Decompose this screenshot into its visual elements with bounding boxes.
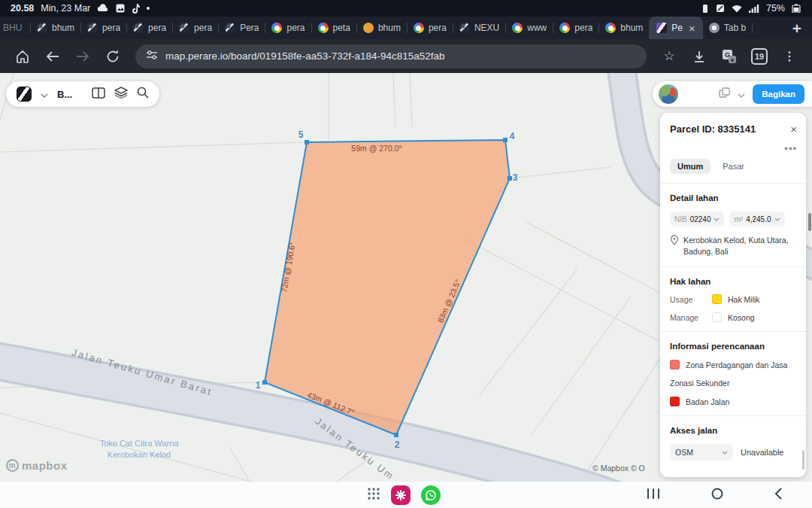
browser-menu-icon[interactable]: ⋮ <box>776 43 803 70</box>
parcel-location: Kerobokan Kelod, Kuta Utara, Badung, Bal… <box>683 235 796 257</box>
section-hak-lahan: Hak lahan <box>670 277 796 286</box>
more-options-icon[interactable]: ••• <box>784 143 797 154</box>
screen: 20.58 Min, 23 Mar 75% BHU bhum pera pera… <box>0 0 812 508</box>
mapbox-icon: m <box>6 459 19 472</box>
share-button[interactable]: Bagikan <box>753 84 804 104</box>
url-field[interactable]: map.perare.io/board/019158fe-aa53-732f-a… <box>135 44 647 68</box>
bookmark-star-icon[interactable]: ☆ <box>656 43 683 70</box>
usage-swatch <box>712 294 722 304</box>
divider <box>660 183 806 184</box>
vertex-label: 3 <box>513 172 518 183</box>
page-scrollbar[interactable] <box>808 213 811 231</box>
chevron-down-icon <box>714 217 720 221</box>
page-info-icon[interactable] <box>146 50 158 63</box>
tab-label: Pera <box>240 23 259 33</box>
nib-dropdown[interactable]: NIB 02240 <box>670 211 724 227</box>
flower-app-icon[interactable] <box>391 485 411 505</box>
browser-tab[interactable]: BHU <box>0 17 30 39</box>
edge-measurement-label: 59m @ 270.0° <box>351 144 401 153</box>
forward-button[interactable] <box>69 43 96 70</box>
cloud-icon <box>97 4 109 13</box>
chevron-down-icon <box>722 451 728 455</box>
tab-label: pera <box>429 23 447 33</box>
share-bar: Bagikan <box>653 81 812 107</box>
layers-icon[interactable] <box>114 87 128 102</box>
android-taskbar <box>0 482 812 508</box>
site-favicon <box>133 23 144 33</box>
alarm-icon <box>716 4 725 13</box>
osm-dropdown[interactable]: OSM <box>670 444 733 461</box>
vertex-label: 2 <box>395 440 400 450</box>
poi-label: Toko Cat Citra Warna Kerobokan Kelod <box>100 438 179 461</box>
browser-tab[interactable]: bhum <box>31 17 80 39</box>
manage-swatch <box>712 312 722 322</box>
board-name[interactable]: B... <box>57 89 72 100</box>
translate-icon[interactable]: Ga <box>716 43 743 70</box>
download-icon[interactable] <box>686 43 713 70</box>
perare-logo-icon[interactable] <box>17 87 32 102</box>
chevron-down-icon <box>774 217 780 221</box>
browser-tab[interactable]: Tab b <box>703 17 752 39</box>
avatar[interactable] <box>659 84 678 104</box>
map-attribution[interactable]: © Mapbox © O <box>592 464 645 473</box>
back-button[interactable] <box>39 43 66 70</box>
browser-tab[interactable]: pera <box>173 17 218 39</box>
map-style-icon[interactable] <box>719 87 730 102</box>
area-prefix: m² <box>734 215 743 224</box>
tab-umum[interactable]: Umum <box>670 159 710 174</box>
parcel-polygon <box>265 140 510 435</box>
location-pin-icon <box>670 235 679 257</box>
browser-tab[interactable]: pera <box>408 17 453 39</box>
browser-tab[interactable]: Pera <box>219 17 265 39</box>
browser-tab[interactable]: NEXU <box>453 17 505 39</box>
browser-tab[interactable]: bhum <box>599 17 649 39</box>
clock: 20.58 <box>11 3 34 14</box>
app-drawer-icon[interactable] <box>367 487 380 503</box>
perare-favicon <box>656 23 667 33</box>
home-button[interactable] <box>9 43 36 70</box>
tab-label: pera <box>574 23 592 33</box>
parcel-panel: Parcel ID: 8335141 × ••• Umum Pasar Deta… <box>660 113 806 477</box>
poi-line: Toko Cat Citra Warna <box>100 438 179 449</box>
new-tab-button[interactable]: + <box>792 20 801 36</box>
browser-tab[interactable]: www <box>506 17 553 39</box>
site-favicon <box>559 23 570 33</box>
refresh-button[interactable] <box>99 43 126 70</box>
home-nav-button[interactable] <box>711 488 723 503</box>
browser-toolbar: map.perare.io/board/019158fe-aa53-732f-a… <box>0 39 812 73</box>
site-favicon <box>414 23 424 33</box>
nib-prefix: NIB <box>674 215 687 224</box>
browser-tab[interactable]: pera <box>81 17 126 39</box>
browser-tab[interactable]: pera <box>553 17 598 39</box>
area-dropdown[interactable]: m² 4,245.0 <box>729 211 784 227</box>
close-panel-icon[interactable]: × <box>790 123 797 135</box>
browser-tab[interactable]: peta <box>312 17 356 39</box>
browser-tab-active[interactable]: Pe× <box>649 17 702 39</box>
close-tab-icon[interactable]: × <box>689 22 695 35</box>
tab-label: bhum <box>378 23 401 33</box>
zona-value: Zona Perdagangan dan Jasa <box>686 360 787 370</box>
browser-tab[interactable]: pera <box>127 17 172 39</box>
akses-status: Unavailable <box>741 448 783 457</box>
panel-scrollbar[interactable] <box>802 450 804 470</box>
panel-toggle-icon[interactable] <box>92 87 105 102</box>
tab-switcher-button[interactable]: 19 <box>746 43 773 70</box>
site-favicon <box>179 23 189 33</box>
tab-pasar[interactable]: Pasar <box>723 162 744 171</box>
osm-value: OSM <box>675 448 693 457</box>
search-icon[interactable] <box>137 87 149 102</box>
divider <box>660 266 806 267</box>
chevron-down-icon[interactable] <box>738 87 745 101</box>
zona-swatch <box>670 360 680 370</box>
notification-dot <box>147 7 150 10</box>
site-favicon <box>87 23 98 33</box>
browser-tab[interactable]: bhum <box>357 17 407 39</box>
map-canvas[interactable]: 1 2 3 4 5 59m @ 270.0° 72m @ 190.6° 83m … <box>0 73 812 482</box>
browser-tab[interactable]: pera <box>265 17 311 39</box>
mapbox-logo[interactable]: m mapbox <box>6 459 68 472</box>
usage-row: Usage Hak Milik <box>670 294 796 304</box>
back-nav-button[interactable] <box>774 488 782 503</box>
chevron-down-icon[interactable] <box>41 87 48 101</box>
recents-button[interactable] <box>647 488 660 502</box>
whatsapp-app-icon[interactable] <box>421 485 441 505</box>
